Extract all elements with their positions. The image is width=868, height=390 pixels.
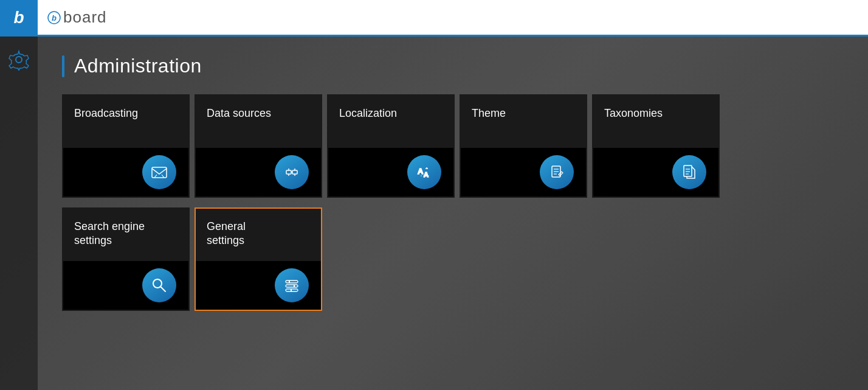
logo-block: b [0,0,38,36]
palette-icon [548,164,565,181]
tile-broadcasting[interactable]: Broadcasting [62,94,190,198]
tile-localization[interactable]: Localization A A [327,94,455,198]
tile-data-sources-label: Data sources [207,106,304,120]
search-icon [151,277,168,294]
tile-taxonomies-circle [672,155,706,189]
tile-taxonomies-icon-area [593,148,718,197]
svg-text:b: b [52,13,57,23]
page-area: Administration Broadcasting [38,37,868,390]
page-title-container: Administration [62,55,844,77]
document-icon [681,164,698,181]
header: b b board [0,0,868,37]
sidebar [0,37,38,390]
main-content: Administration Broadcasting [0,37,868,390]
wrench-icon [283,164,300,181]
mail-icon [151,164,168,181]
tile-theme-icon-area [461,148,586,197]
tile-broadcasting-circle [142,155,176,189]
tile-localization-icon-area: A A [328,148,453,197]
svg-rect-19 [684,165,692,176]
brand-name: board [63,8,107,27]
tile-search-engine-settings[interactable]: Search enginesettings [62,207,190,311]
svg-rect-3 [152,167,167,178]
tiles-row2: Search enginesettings Generalsettings [62,207,844,311]
brand-b-icon: b [47,11,61,24]
tile-broadcasting-label: Broadcasting [74,106,171,120]
tile-theme-label: Theme [472,106,569,120]
sliders-icon [283,277,300,294]
tile-general-settings[interactable]: Generalsettings [195,207,322,311]
svg-text:A: A [418,167,424,176]
svg-point-2 [16,57,22,63]
tile-data-sources[interactable]: Data sources [195,94,322,198]
tile-theme[interactable]: Theme [460,94,587,198]
sidebar-settings-icon[interactable] [8,49,30,73]
tile-taxonomies[interactable]: Taxonomies [592,94,720,198]
tile-data-sources-circle [275,155,309,189]
tile-localization-label: Localization [339,106,436,120]
tile-general-settings-label: Generalsettings [207,220,304,248]
tile-search-circle [142,268,176,302]
svg-rect-7 [292,170,297,174]
tile-general-settings-icon-area [196,261,321,310]
svg-rect-25 [286,280,298,283]
brand: b board [38,8,107,27]
tile-general-settings-circle [275,268,309,302]
svg-rect-26 [286,285,298,287]
svg-text:A: A [424,171,429,178]
tile-broadcasting-icon-area [63,148,188,197]
tiles-row1: Broadcasting Data sources [62,94,844,203]
page-title: Administration [74,55,202,77]
svg-line-24 [161,287,166,292]
tile-localization-circle: A A [407,155,441,189]
tile-data-sources-icon-area [196,148,321,197]
language-icon: A A [416,164,433,181]
tile-taxonomies-label: Taxonomies [604,106,701,120]
tile-search-engine-settings-label: Search enginesettings [74,220,171,248]
svg-rect-6 [286,170,291,174]
tile-search-icon-area [63,261,188,310]
title-accent-bar [62,55,64,77]
tile-theme-circle [540,155,574,189]
logo-letter: b [13,8,24,27]
